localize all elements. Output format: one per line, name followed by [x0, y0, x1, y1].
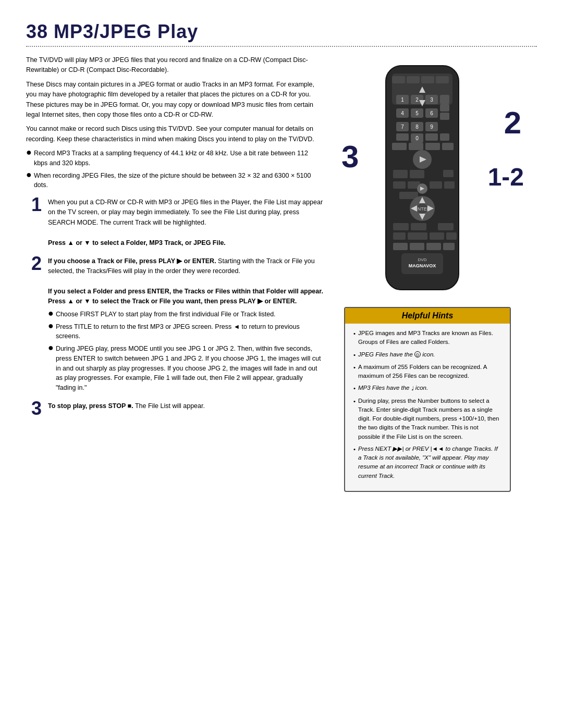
jpeg-icon: ⊙: [414, 351, 421, 357]
svg-rect-35: [409, 143, 423, 150]
svg-rect-40: [393, 170, 408, 178]
remote-number-3: 3: [341, 141, 359, 172]
svg-rect-31: [425, 133, 438, 141]
svg-text:4: 4: [401, 110, 404, 116]
hint-text-6: Press NEXT ▶▶| or PREV |◄◄ to change Tra…: [358, 445, 501, 480]
svg-rect-42: [443, 170, 454, 177]
hint-bullet-2: •: [353, 351, 356, 360]
svg-rect-15: [440, 104, 449, 112]
hint-text-3: A maximum of 255 Folders can be recogniz…: [358, 363, 501, 381]
sub-bullet-text-1: Choose FIRST PLAY to start play from the…: [56, 310, 276, 319]
svg-rect-48: [444, 181, 455, 189]
hint-item-1: • JPEG images and MP3 Tracks are known a…: [353, 329, 501, 347]
remote-number-2: 2: [504, 107, 521, 139]
section-divider: [26, 46, 537, 47]
bullet-text-1: Record MP3 Tracks at a sampling frequenc…: [34, 149, 323, 168]
svg-rect-66: [426, 243, 441, 250]
step-2-sub-bullet-3: ● During JPEG play, press MODE until you…: [48, 344, 323, 393]
svg-text:3: 3: [430, 97, 433, 103]
steps-container: 1 When you put a CD-RW or CD-R with MP3 …: [26, 198, 323, 418]
svg-rect-43: [393, 181, 406, 189]
svg-rect-32: [440, 133, 449, 141]
step-2-bold-start: If you choose a Track or File, press PLA…: [48, 257, 216, 265]
hint-bullet-3: •: [353, 363, 356, 372]
svg-text:2: 2: [415, 97, 419, 103]
svg-rect-60: [393, 232, 406, 240]
svg-text:ENTER: ENTER: [414, 206, 431, 212]
svg-text:1: 1: [401, 97, 404, 103]
hint-bullet-5: •: [353, 397, 356, 406]
step-1-bold: Press ▲ or ▼ to select a Folder, MP3 Tra…: [48, 239, 226, 246]
step-1: 1 When you put a CD-RW or CD-R with MP3 …: [26, 198, 323, 248]
svg-rect-63: [446, 232, 457, 240]
svg-rect-19: [440, 113, 449, 120]
step-3-text-rest: The File List will appear.: [135, 402, 205, 410]
intro-para-2: These Discs may contain pictures in a JP…: [26, 80, 323, 120]
intro-para-1: The TV/DVD will play MP3 or JPEG files t…: [26, 55, 323, 76]
svg-rect-36: [425, 143, 440, 150]
remote-wrapper: 1 2 3 4 5 6: [370, 60, 485, 297]
svg-rect-2: [392, 76, 405, 83]
step-2-bold-line: If you select a Folder and press ENTER, …: [48, 288, 323, 305]
hint-text-1: JPEG images and MP3 Tracks are known as …: [358, 329, 501, 347]
hint-bullet-1: •: [353, 329, 356, 338]
remote-number-12: 1-2: [488, 165, 524, 190]
svg-text:0: 0: [415, 135, 419, 141]
svg-rect-4: [421, 76, 434, 83]
step-2-sub-bullet-1: ● Choose FIRST PLAY to start play from t…: [48, 310, 323, 319]
helpful-hints-title: Helpful Hints: [345, 308, 510, 324]
hint-text-5: During play, press the Number buttons to…: [358, 397, 501, 441]
svg-rect-67: [443, 243, 455, 250]
page-title: 38 MP3/JPEG Play: [26, 21, 537, 43]
bullet-item-1: ● Record MP3 Tracks at a sampling freque…: [26, 149, 323, 168]
right-column: 1 2 3 4 5 6: [339, 55, 516, 492]
step-2: 2 If you choose a Track or File, press P…: [26, 256, 323, 393]
svg-rect-58: [411, 223, 426, 230]
svg-rect-61: [408, 232, 427, 240]
svg-rect-41: [410, 170, 424, 178]
bullet-text-2: When recording JPEG Files, the size of t…: [34, 171, 323, 191]
step-3: 3 To stop play, press STOP ■. The File L…: [26, 401, 323, 418]
hint-item-6: • Press NEXT ▶▶| or PREV |◄◄ to change T…: [353, 445, 501, 480]
svg-rect-34: [392, 143, 407, 150]
sub-bullet-dot-1: ●: [48, 309, 54, 318]
sub-bullet-dot-2: ●: [48, 321, 54, 330]
svg-rect-5: [436, 76, 449, 83]
sub-bullet-text-3: During JPEG play, press MODE until you s…: [56, 344, 323, 393]
svg-rect-65: [410, 243, 424, 250]
svg-rect-64: [393, 243, 408, 250]
step-2-sub-bullet-2: ● Press TITLE to return to the first MP3…: [48, 322, 323, 342]
step-3-bold-start: To stop play, press STOP ■.: [48, 402, 133, 410]
step-1-content: When you put a CD-RW or CD-R with MP3 or…: [48, 198, 323, 248]
bullet-item-2: ● When recording JPEG Files, the size of…: [26, 171, 323, 191]
svg-text:DVD: DVD: [418, 257, 427, 262]
hint-item-4: • MP3 Files have the ♩ icon.: [353, 384, 501, 393]
svg-text:6: 6: [430, 110, 433, 116]
svg-rect-57: [393, 223, 409, 230]
svg-rect-47: [430, 181, 442, 189]
sub-bullet-dot-3: ●: [48, 343, 54, 352]
bullet-dot-1: ●: [26, 147, 32, 157]
svg-rect-29: [396, 133, 409, 141]
step-number-2: 2: [26, 254, 42, 273]
hint-item-2: • JPEG Files have the ⊙ icon.: [353, 350, 501, 360]
step-number-1: 1: [26, 195, 42, 214]
hint-item-5: • During play, press the Number buttons …: [353, 397, 501, 441]
hint-bullet-4: •: [353, 384, 356, 393]
step-2-content: If you choose a Track or File, press PLA…: [48, 256, 323, 393]
svg-text:5: 5: [415, 110, 419, 116]
svg-text:8: 8: [415, 124, 419, 130]
svg-rect-59: [438, 223, 454, 230]
left-column: The TV/DVD will play MP3 or JPEG files t…: [26, 55, 323, 492]
remote-svg: 1 2 3 4 5 6: [370, 60, 474, 295]
svg-rect-37: [442, 143, 454, 150]
sub-bullet-text-2: Press TITLE to return to the first MP3 o…: [56, 322, 323, 342]
svg-text:MAGNAVOX: MAGNAVOX: [409, 263, 436, 268]
helpful-hints-box: Helpful Hints • JPEG images and MP3 Trac…: [344, 307, 511, 492]
hint-text-2: JPEG Files have the ⊙ icon.: [358, 350, 435, 359]
main-layout: The TV/DVD will play MP3 or JPEG files t…: [26, 55, 537, 492]
step-3-content: To stop play, press STOP ■. The File Lis…: [48, 401, 323, 411]
hint-bullet-6: •: [353, 445, 356, 454]
svg-rect-3: [407, 76, 420, 83]
bullet-dot-2: ●: [26, 170, 32, 179]
